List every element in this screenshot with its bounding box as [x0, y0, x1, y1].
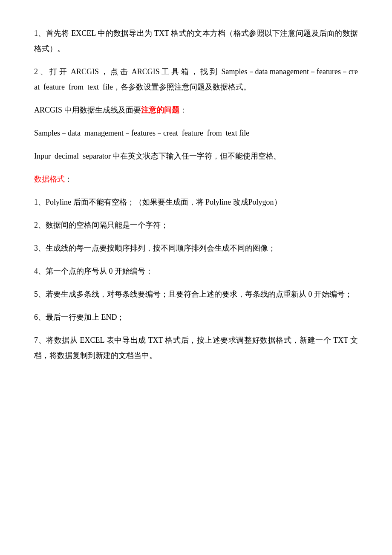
para2-text: 2 、 打 开 ARCGIS ， 点 击 ARCGIS 工 具 箱 ， 找 到 …: [34, 67, 358, 91]
paragraph-12: 6、最后一行要加上 END；: [34, 309, 358, 325]
para12-text: 6、最后一行要加上 END；: [34, 313, 125, 321]
paragraph-11: 5、若要生成多条线，对每条线要编号；且要符合上述的要求，每条线的点重新从 0 开…: [34, 286, 358, 302]
para11-text: 5、若要生成多条线，对每条线要编号；且要符合上述的要求，每条线的点重新从 0 开…: [34, 290, 352, 298]
para8-text: 2、数据间的空格间隔只能是一个字符；: [34, 221, 168, 229]
paragraph-7: 1、Polyline 后面不能有空格；（如果要生成面，将 Polyline 改成…: [34, 194, 358, 210]
para9-text: 3、生成线的每一点要按顺序排列，按不同顺序排列会生成不同的图像；: [34, 244, 276, 252]
para4-text: Samples－data management－features－creat f…: [34, 129, 249, 137]
para10-text: 4、第一个点的序号从 0 开始编号；: [34, 267, 153, 275]
para6-highlight: 数据格式: [34, 175, 65, 183]
para3-prefix: ARCGIS 中用数据生成线及面要: [34, 106, 141, 114]
page: 1、首先将 EXCEL 中的数据导出为 TXT 格式的文本方档（格式参照以下注意…: [0, 0, 392, 555]
paragraph-2: 2 、 打 开 ARCGIS ， 点 击 ARCGIS 工 具 箱 ， 找 到 …: [34, 64, 358, 95]
paragraph-10: 4、第一个点的序号从 0 开始编号；: [34, 263, 358, 279]
paragraph-3: ARCGIS 中用数据生成线及面要注意的问题：: [34, 102, 358, 118]
paragraph-8: 2、数据间的空格间隔只能是一个字符；: [34, 217, 358, 233]
paragraph-1: 1、首先将 EXCEL 中的数据导出为 TXT 格式的文本方档（格式参照以下注意…: [34, 26, 358, 56]
para6-suffix: ：: [65, 175, 72, 183]
para1-text: 1、首先将 EXCEL 中的数据导出为 TXT 格式的文本方档（格式参照以下注意…: [34, 29, 358, 53]
paragraph-13: 7、将数据从 EXCEL 表中导出成 TXT 格式后，按上述要求调整好数据格式，…: [34, 332, 358, 363]
paragraph-4: Samples－data management－features－creat f…: [34, 125, 358, 141]
para3-suffix: ：: [179, 106, 187, 114]
paragraph-5: Inpur decimal separator 中在英文状态下输入任一字符，但不…: [34, 148, 358, 164]
paragraph-9: 3、生成线的每一点要按顺序排列，按不同顺序排列会生成不同的图像；: [34, 240, 358, 256]
para7-text: 1、Polyline 后面不能有空格；（如果要生成面，将 Polyline 改成…: [34, 198, 282, 206]
para13-text: 7、将数据从 EXCEL 表中导出成 TXT 格式后，按上述要求调整好数据格式，…: [34, 336, 358, 360]
paragraph-6: 数据格式：: [34, 171, 358, 187]
para3-highlight: 注意的问题: [141, 106, 179, 114]
para5-text: Inpur decimal separator 中在英文状态下输入任一字符，但不…: [34, 152, 281, 160]
